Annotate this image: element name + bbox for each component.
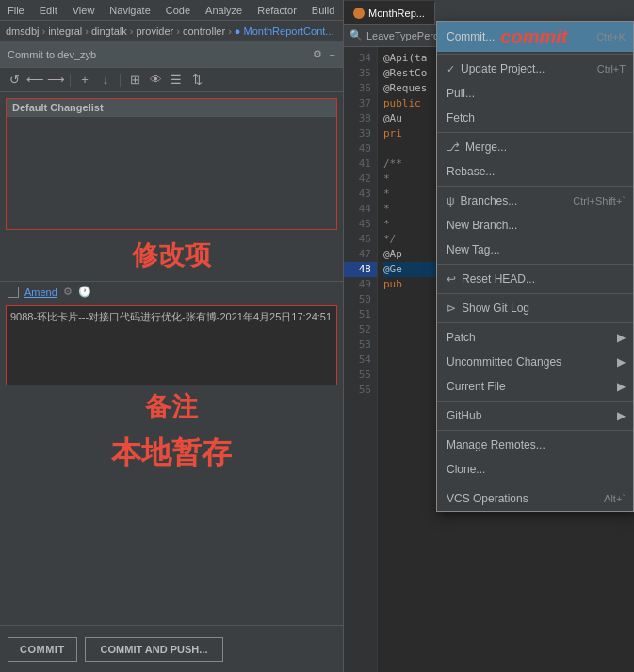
line-num-52: 52 [344, 322, 377, 337]
breadcrumb-part-5[interactable]: controller [183, 25, 225, 37]
menu-item-new-branch[interactable]: New Branch... [437, 213, 633, 238]
menu-view[interactable]: View [69, 3, 99, 18]
line-numbers: 34 35 36 37 38 39 40 41 42 43 44 45 46 4… [344, 47, 378, 672]
uncommitted-label: Uncommitted Changes [447, 355, 561, 369]
breadcrumb-part-6[interactable]: ● MonthReportCont... [235, 25, 334, 37]
branches-label: Branches... [461, 194, 518, 207]
breadcrumb-part-4[interactable]: provider [136, 25, 173, 37]
fetch-label: Fetch [447, 111, 475, 124]
amend-settings-icon[interactable]: ⚙ [63, 286, 73, 298]
manage-remotes-label: Manage Remotes... [447, 438, 545, 451]
sep-5: › [228, 25, 232, 37]
list-btn[interactable]: ☰ [168, 72, 185, 89]
menu-edit[interactable]: Edit [36, 3, 61, 18]
menu-item-show-git-log[interactable]: ⊳ Show Git Log [437, 296, 633, 320]
left-panel: File Edit View Navigate Code Analyze Ref… [0, 0, 344, 672]
menu-item-update[interactable]: ✓ Update Project... Ctrl+T [437, 57, 633, 81]
line-num-39: 39 [344, 126, 377, 141]
refresh-btn[interactable]: ↺ [6, 72, 23, 89]
menu-item-new-tag[interactable]: New Tag... [437, 238, 633, 262]
amend-link[interactable]: Amend [24, 287, 57, 298]
commit-button[interactable]: COMMIT [8, 637, 77, 662]
menu-item-vcs-operations[interactable]: VCS Operations Alt+` [437, 486, 633, 511]
menu-file[interactable]: File [4, 3, 28, 18]
sort-btn[interactable]: ⇅ [188, 72, 205, 89]
commit-to-label: Commit to dev_zyb [8, 49, 96, 60]
local-stash-label: 本地暂存 [0, 433, 343, 474]
menu-build[interactable]: Build [308, 3, 338, 18]
menu-sep-8 [437, 430, 633, 431]
menu-item-current-file[interactable]: Current File ▶ [437, 374, 633, 399]
commit-message-box[interactable]: 9088-环比卡片---对接口代码进行优化-张有博-2021年4月25日17:2… [6, 305, 337, 385]
close-icon[interactable]: − [330, 49, 335, 60]
current-file-arrow: ▶ [617, 380, 626, 393]
uncommitted-arrow: ▶ [617, 355, 626, 369]
line-num-51: 51 [344, 307, 377, 322]
commit-push-button[interactable]: COMMIT AND PUSH... [85, 637, 224, 662]
menu-navigate[interactable]: Navigate [106, 3, 154, 18]
grid-btn[interactable]: ⊞ [126, 72, 143, 89]
menu-item-uncommitted[interactable]: Uncommitted Changes ▶ [437, 350, 633, 374]
tab-label: MonthRep... [368, 8, 425, 19]
commit-label-normal: Commit... [447, 30, 495, 43]
patch-arrow: ▶ [617, 331, 626, 344]
sep-1: › [41, 25, 45, 37]
menu-refactor[interactable]: Refactor [253, 3, 301, 18]
line-num-56: 56 [344, 383, 377, 398]
settings-icon[interactable]: ⚙ [313, 48, 322, 60]
download-btn[interactable]: ↓ [97, 72, 114, 89]
menu-item-merge[interactable]: ⎇ Merge... [437, 135, 633, 159]
breadcrumb-part-1[interactable]: dmsdbj [6, 25, 39, 37]
amend-checkbox[interactable] [8, 287, 19, 298]
menu-item-commit[interactable]: Commit... commit Ctrl+K [437, 22, 633, 52]
line-num-46: 46 [344, 232, 377, 247]
commit-message-text: 9088-环比卡片---对接口代码进行优化-张有博-2021年4月25日17:2… [10, 310, 333, 324]
sep-2: › [85, 25, 89, 37]
current-file-label: Current File [447, 380, 506, 393]
menu-item-branches[interactable]: ψ Branches... Ctrl+Shift+` [437, 188, 633, 213]
note-label: 备注 [0, 389, 343, 425]
redo-btn[interactable]: ⟶ [47, 72, 64, 89]
changelist-header: Default Changelist [7, 99, 336, 117]
search-icon: 🔍 [350, 29, 363, 41]
undo-btn[interactable]: ⟵ [26, 72, 43, 89]
line-num-55: 55 [344, 368, 377, 383]
search-text: LeaveTypePerc... [366, 30, 447, 41]
menu-item-patch[interactable]: Patch ▶ [437, 325, 633, 350]
line-num-34: 34 [344, 51, 377, 66]
menu-sep-2 [437, 132, 633, 133]
vcs-shortcut: Alt+` [604, 493, 626, 504]
git-dropdown-menu: Commit... commit Ctrl+K ✓ Update Project… [436, 21, 634, 512]
menu-item-clone[interactable]: Clone... [437, 457, 633, 482]
breadcrumb-part-2[interactable]: integral [48, 25, 82, 37]
menu-item-github[interactable]: GitHub ▶ [437, 403, 633, 428]
update-shortcut: Ctrl+T [597, 63, 626, 74]
menu-code[interactable]: Code [162, 3, 194, 18]
line-num-37: 37 [344, 96, 377, 111]
show-git-log-label: Show Git Log [462, 302, 529, 315]
line-num-36: 36 [344, 81, 377, 96]
line-num-38: 38 [344, 111, 377, 126]
line-num-54: 54 [344, 352, 377, 368]
amend-clock-icon[interactable]: 🕐 [78, 286, 91, 298]
github-arrow: ▶ [617, 409, 626, 422]
active-tab[interactable]: MonthRep... [344, 1, 435, 24]
eye-btn[interactable]: 👁 [147, 72, 164, 89]
breadcrumb-part-3[interactable]: dingtalk [91, 25, 127, 37]
breadcrumb: dmsdbj › integral › dingtalk › provider … [0, 21, 343, 41]
changelist-area: Default Changelist [6, 98, 337, 230]
github-label: GitHub [447, 409, 481, 422]
line-num-45: 45 [344, 217, 377, 232]
line-num-41: 41 [344, 156, 377, 172]
commit-toolbar: ↺ ⟵ ⟶ + ↓ ⊞ 👁 ☰ ⇅ [0, 68, 343, 92]
line-num-42: 42 [344, 172, 377, 187]
menu-item-fetch[interactable]: Fetch [437, 106, 633, 130]
menu-item-reset-head[interactable]: ↩ Reset HEAD... [437, 267, 633, 291]
menu-analyze[interactable]: Analyze [202, 3, 246, 18]
menu-item-manage-remotes[interactable]: Manage Remotes... [437, 433, 633, 457]
menu-item-rebase[interactable]: Rebase... [437, 159, 633, 184]
add-btn[interactable]: + [76, 72, 93, 89]
menu-sep-1 [437, 54, 633, 55]
menu-item-pull[interactable]: Pull... [437, 81, 633, 106]
new-tag-label: New Tag... [447, 243, 499, 256]
